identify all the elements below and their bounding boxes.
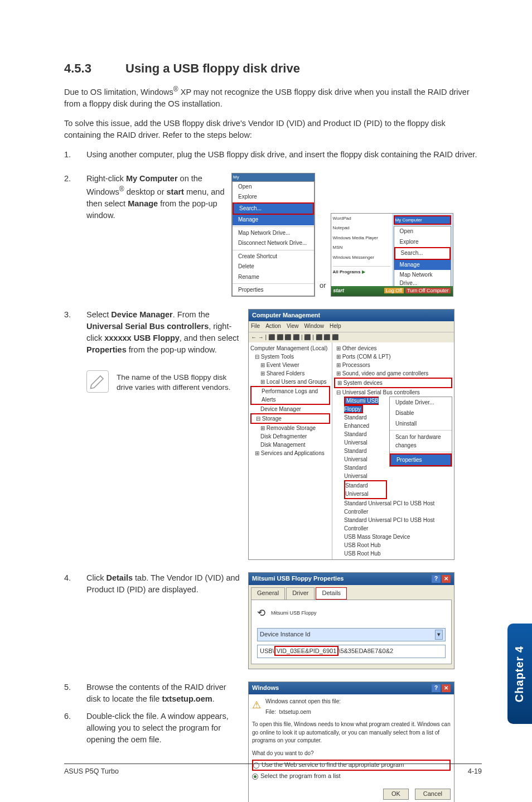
close-icon[interactable]: ✕: [442, 575, 451, 583]
section-number: 4.5.3: [64, 61, 125, 76]
device-instance-id-value: USB\VID_03EE&PID_6901\5&35EDA8E7&0&2: [257, 645, 446, 658]
step-3: 3. Select Device Manager. From the Unive…: [64, 309, 482, 561]
note-text: The name of the USB floppy disk drive va…: [117, 370, 243, 394]
menu-delete[interactable]: Delete: [233, 262, 314, 272]
start-wmp[interactable]: Windows Media Player: [333, 235, 390, 241]
start-menu-screenshot: WordPad Notepad Windows Media Player MSN…: [331, 213, 453, 297]
start-msn[interactable]: MSN: [333, 244, 390, 251]
tree-device-manager[interactable]: Device Manager: [260, 406, 301, 412]
step-1: 1. Using another computer, plug the USB …: [64, 149, 482, 161]
registered-mark: ®: [173, 85, 178, 93]
intro-para-1: Due to OS limitation, Windows® XP may no…: [64, 85, 482, 110]
help-icon[interactable]: ?: [432, 684, 441, 692]
usb-controllers-node[interactable]: Universal Serial Bus controllers: [342, 389, 420, 395]
menu-manage[interactable]: Manage: [233, 215, 314, 225]
close-icon[interactable]: ✕: [442, 684, 451, 692]
chapter-tab: Chapter 4: [507, 624, 532, 724]
device-name-label: Mitsumi USB Floppy: [271, 610, 317, 617]
dialog-title: Mitsumi USB Floppy Properties: [252, 574, 344, 583]
menu-search[interactable]: Search...: [233, 202, 314, 215]
start-manage[interactable]: Manage: [394, 260, 451, 270]
help-icon[interactable]: ?: [432, 575, 441, 583]
tab-details[interactable]: Details: [316, 587, 347, 600]
step-2: 2. Right-click My Computer on the Window…: [64, 173, 482, 297]
page-footer: ASUS P5Q Turbo 4-19: [64, 764, 482, 775]
mitsumi-usb-floppy-node[interactable]: Mitsumi USB Floppy: [344, 397, 379, 413]
mycomputer-context-menu: My Open Explore Search... Manage Map Net…: [231, 173, 315, 297]
chevron-down-icon[interactable]: ▾: [435, 630, 443, 640]
device-icon: ⟲: [257, 606, 265, 620]
ctx-properties[interactable]: Properties: [390, 453, 452, 466]
start-all-programs[interactable]: All Programs: [333, 269, 361, 274]
cancel-button[interactable]: Cancel: [415, 789, 451, 800]
menu-explore[interactable]: Explore: [233, 192, 314, 202]
section-title-text: Using a USB floppy disk drive: [125, 61, 300, 75]
menu-open[interactable]: Open: [233, 182, 314, 192]
windows-open-file-dialog: Windows ?✕ ⚠ Windows cannot open this fi…: [248, 682, 454, 802]
menu-properties[interactable]: Properties: [233, 285, 314, 296]
instance-id-selector[interactable]: Device Instance Id ▾: [257, 628, 446, 641]
menu-map-drive[interactable]: Map Network Drive...: [233, 228, 314, 239]
properties-dialog: Mitsumi USB Floppy Properties ?✕ General…: [248, 572, 454, 669]
start-wordpad[interactable]: WordPad: [333, 215, 390, 222]
warning-icon: ⚠: [252, 698, 261, 712]
file-name: txtsetup.oem: [279, 709, 311, 715]
footer-right: 4-19: [468, 767, 482, 775]
menu-disconnect-drive[interactable]: Disconnect Network Drive...: [233, 238, 314, 249]
menu-rename[interactable]: Rename: [233, 272, 314, 283]
or-text: or: [317, 281, 328, 297]
start-notepad[interactable]: Notepad: [333, 225, 390, 231]
computer-management-window: Computer Management File Action View Win…: [248, 309, 454, 561]
menu-create-shortcut[interactable]: Create Shortcut: [233, 252, 314, 262]
tab-driver[interactable]: Driver: [286, 587, 315, 600]
start-button[interactable]: start: [333, 287, 345, 294]
step-4: 4. Click Details tab. The Vendor ID (VID…: [64, 572, 482, 669]
intro-para-2: To solve this issue, add the USB floppy …: [64, 118, 482, 141]
tab-general[interactable]: General: [251, 587, 285, 600]
step-5-6: 5. Browse the contents of the RAID drive…: [64, 682, 482, 802]
footer-left: ASUS P5Q Turbo: [64, 767, 119, 775]
start-messenger[interactable]: Windows Messenger: [333, 254, 390, 261]
ok-button[interactable]: OK: [383, 789, 409, 800]
section-heading: 4.5.3Using a USB floppy disk drive: [64, 61, 482, 76]
start-mycomputer[interactable]: My Computer: [394, 215, 451, 225]
note-icon: [86, 370, 109, 393]
